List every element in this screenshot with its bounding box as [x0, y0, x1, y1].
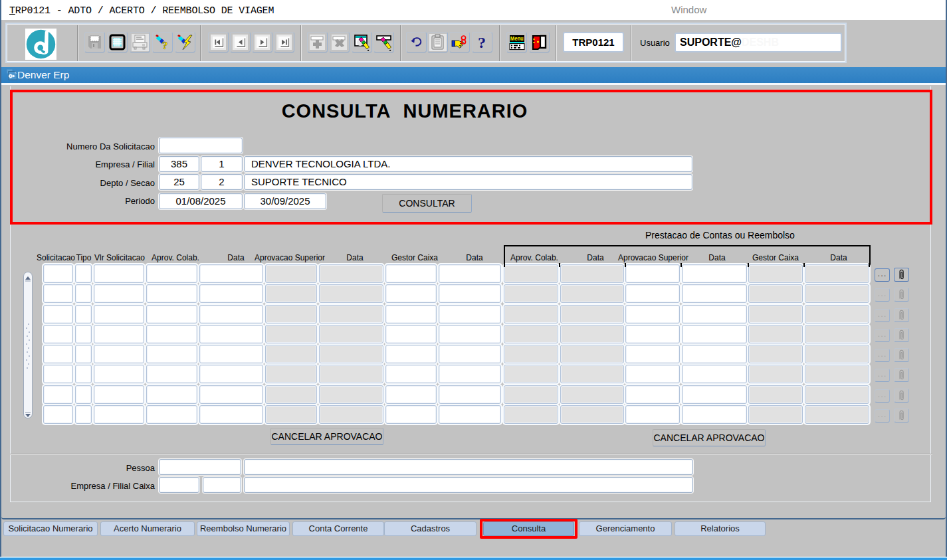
- svg-text:?: ?: [478, 34, 486, 50]
- svg-text:?: ?: [162, 39, 168, 50]
- svg-text:Menu: Menu: [510, 35, 524, 42]
